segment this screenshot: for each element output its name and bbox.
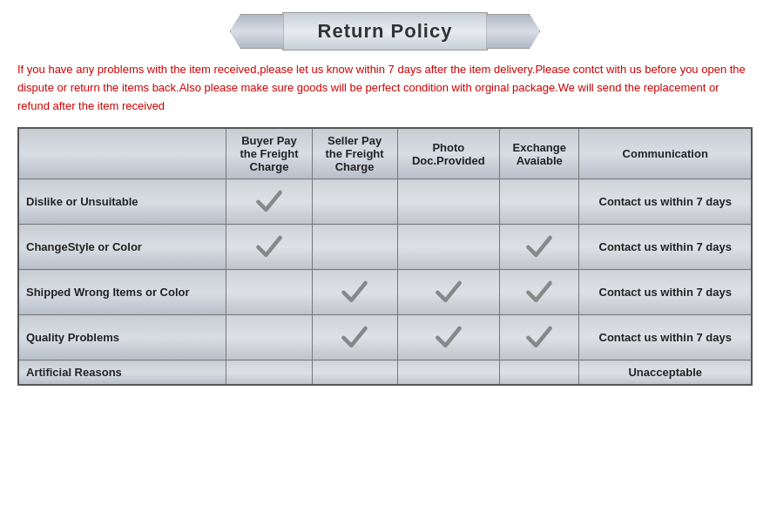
policy-table: Buyer Paythe FreightCharge Seller Paythe… [17, 127, 753, 386]
header-buyer-freight: Buyer Paythe FreightCharge [226, 128, 312, 179]
header-communication: Communication [579, 128, 752, 179]
header-empty [18, 128, 226, 179]
cell-communication: Contact us within 7 days [579, 270, 752, 315]
cell-photo-doc [397, 360, 499, 386]
header-exchange: ExchangeAvaiable [500, 128, 579, 179]
cell-buyer-freight [226, 270, 312, 315]
cell-exchange [500, 360, 579, 386]
cell-communication: Contact us within 7 days [579, 179, 752, 225]
cell-exchange [500, 270, 579, 315]
cell-exchange [500, 315, 579, 360]
table-row: Dislike or Unsuitable Contact us within … [18, 179, 752, 225]
cell-seller-freight [312, 225, 397, 270]
row-label: Dislike or Unsuitable [18, 179, 226, 225]
cell-seller-freight [312, 360, 397, 386]
banner-ribbon: Return Policy [282, 12, 489, 51]
row-label: ChangeStyle or Color [18, 225, 226, 270]
cell-photo-doc [397, 179, 499, 225]
cell-buyer-freight [226, 315, 312, 360]
table-row: Artificial ReasonsUnacceptable [18, 360, 752, 386]
header-seller-freight: Seller Paythe FreightCharge [312, 128, 397, 179]
cell-communication: Contact us within 7 days [579, 315, 752, 360]
page-title: Return Policy [318, 20, 453, 42]
header-photo-doc: PhotoDoc.Provided [397, 128, 499, 179]
cell-buyer-freight [226, 360, 312, 386]
table-header-row: Buyer Paythe FreightCharge Seller Paythe… [18, 128, 752, 179]
banner-wrapper: Return Policy [17, 12, 753, 51]
row-label: Artificial Reasons [18, 360, 226, 386]
banner: Return Policy [282, 12, 489, 51]
cell-photo-doc [397, 225, 499, 270]
row-label: Shipped Wrong Items or Color [18, 270, 226, 315]
cell-seller-freight [312, 179, 397, 225]
cell-buyer-freight [226, 225, 312, 270]
table-row: ChangeStyle or Color Contact us within 7… [18, 225, 752, 270]
cell-exchange [500, 225, 579, 270]
cell-seller-freight [312, 315, 397, 360]
cell-photo-doc [397, 270, 499, 315]
cell-exchange [500, 179, 579, 225]
policy-description: If you have any problems with the item r… [17, 61, 753, 115]
table-row: Quality Problems Contact us within 7 day… [18, 315, 752, 360]
cell-photo-doc [397, 315, 499, 360]
cell-communication: Unacceptable [579, 360, 752, 386]
cell-buyer-freight [226, 179, 312, 225]
table-row: Shipped Wrong Items or Color Contact us … [18, 270, 752, 315]
cell-communication: Contact us within 7 days [579, 225, 752, 270]
cell-seller-freight [312, 270, 397, 315]
row-label: Quality Problems [18, 315, 226, 360]
